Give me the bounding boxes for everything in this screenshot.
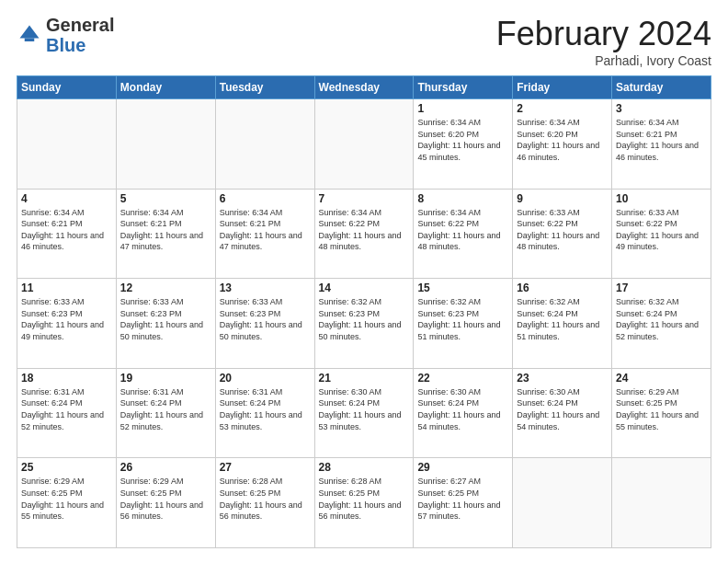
day-number: 26 <box>120 461 211 474</box>
day-number: 29 <box>417 461 508 474</box>
calendar-cell: 17Sunrise: 6:32 AM Sunset: 6:24 PM Dayli… <box>612 279 711 369</box>
day-info: Sunrise: 6:30 AM Sunset: 6:24 PM Dayligh… <box>417 386 508 432</box>
day-number: 21 <box>319 372 410 385</box>
header: General Blue February 2024 Parhadi, Ivor… <box>17 15 711 68</box>
day-number: 6 <box>220 192 311 205</box>
calendar-cell: 10Sunrise: 6:33 AM Sunset: 6:22 PM Dayli… <box>612 189 711 279</box>
calendar-cell: 29Sunrise: 6:27 AM Sunset: 6:25 PM Dayli… <box>414 458 513 548</box>
calendar-cell <box>17 99 117 190</box>
calendar-cell: 18Sunrise: 6:31 AM Sunset: 6:24 PM Dayli… <box>17 368 117 458</box>
month-title: February 2024 <box>496 15 711 53</box>
day-number: 19 <box>120 372 211 385</box>
day-info: Sunrise: 6:34 AM Sunset: 6:21 PM Dayligh… <box>220 207 311 253</box>
day-number: 13 <box>220 282 311 294</box>
col-saturday: Saturday <box>612 76 711 99</box>
calendar-cell: 23Sunrise: 6:30 AM Sunset: 6:24 PM Dayli… <box>513 368 612 458</box>
col-wednesday: Wednesday <box>314 76 414 99</box>
logo: General Blue <box>17 15 114 55</box>
week-row-4: 18Sunrise: 6:31 AM Sunset: 6:24 PM Dayli… <box>17 368 711 458</box>
logo-general-text: General <box>46 15 114 35</box>
day-info: Sunrise: 6:31 AM Sunset: 6:24 PM Dayligh… <box>220 386 311 432</box>
calendar-table: Sunday Monday Tuesday Wednesday Thursday… <box>17 75 711 548</box>
calendar-header-row: Sunday Monday Tuesday Wednesday Thursday… <box>17 76 711 99</box>
day-info: Sunrise: 6:32 AM Sunset: 6:24 PM Dayligh… <box>616 296 707 342</box>
calendar-cell: 16Sunrise: 6:32 AM Sunset: 6:24 PM Dayli… <box>513 279 612 369</box>
calendar-cell: 28Sunrise: 6:28 AM Sunset: 6:25 PM Dayli… <box>314 458 414 548</box>
week-row-3: 11Sunrise: 6:33 AM Sunset: 6:23 PM Dayli… <box>17 279 711 369</box>
col-thursday: Thursday <box>414 76 513 99</box>
day-info: Sunrise: 6:32 AM Sunset: 6:23 PM Dayligh… <box>319 296 410 342</box>
title-block: February 2024 Parhadi, Ivory Coast <box>496 15 711 68</box>
day-number: 4 <box>21 192 112 205</box>
calendar-cell: 6Sunrise: 6:34 AM Sunset: 6:21 PM Daylig… <box>215 189 314 279</box>
day-info: Sunrise: 6:30 AM Sunset: 6:24 PM Dayligh… <box>319 386 410 432</box>
day-number: 23 <box>517 372 608 385</box>
day-info: Sunrise: 6:28 AM Sunset: 6:25 PM Dayligh… <box>319 476 410 522</box>
day-number: 11 <box>21 282 112 294</box>
col-tuesday: Tuesday <box>215 76 314 99</box>
calendar-cell: 26Sunrise: 6:29 AM Sunset: 6:25 PM Dayli… <box>116 458 215 548</box>
calendar-cell: 15Sunrise: 6:32 AM Sunset: 6:23 PM Dayli… <box>414 279 513 369</box>
calendar-cell <box>116 99 215 190</box>
day-info: Sunrise: 6:33 AM Sunset: 6:22 PM Dayligh… <box>616 207 707 253</box>
col-monday: Monday <box>116 76 215 99</box>
day-number: 25 <box>21 461 112 474</box>
calendar-cell: 11Sunrise: 6:33 AM Sunset: 6:23 PM Dayli… <box>17 279 117 369</box>
day-number: 8 <box>417 192 508 205</box>
calendar-cell: 12Sunrise: 6:33 AM Sunset: 6:23 PM Dayli… <box>116 279 215 369</box>
day-number: 10 <box>616 192 707 205</box>
day-info: Sunrise: 6:34 AM Sunset: 6:20 PM Dayligh… <box>417 117 508 163</box>
day-number: 9 <box>517 192 608 205</box>
day-info: Sunrise: 6:31 AM Sunset: 6:24 PM Dayligh… <box>120 386 211 432</box>
calendar-cell: 13Sunrise: 6:33 AM Sunset: 6:23 PM Dayli… <box>215 279 314 369</box>
calendar-cell: 14Sunrise: 6:32 AM Sunset: 6:23 PM Dayli… <box>314 279 414 369</box>
page: General Blue February 2024 Parhadi, Ivor… <box>0 0 728 563</box>
day-info: Sunrise: 6:28 AM Sunset: 6:25 PM Dayligh… <box>220 476 311 522</box>
svg-rect-1 <box>25 39 35 42</box>
calendar-cell: 27Sunrise: 6:28 AM Sunset: 6:25 PM Dayli… <box>215 458 314 548</box>
day-info: Sunrise: 6:34 AM Sunset: 6:20 PM Dayligh… <box>517 117 608 163</box>
day-number: 18 <box>21 372 112 385</box>
calendar-cell: 1Sunrise: 6:34 AM Sunset: 6:20 PM Daylig… <box>414 99 513 190</box>
day-info: Sunrise: 6:30 AM Sunset: 6:24 PM Dayligh… <box>517 386 608 432</box>
calendar-cell: 5Sunrise: 6:34 AM Sunset: 6:21 PM Daylig… <box>116 189 215 279</box>
day-number: 3 <box>616 102 707 115</box>
week-row-5: 25Sunrise: 6:29 AM Sunset: 6:25 PM Dayli… <box>17 458 711 548</box>
calendar-cell: 8Sunrise: 6:34 AM Sunset: 6:22 PM Daylig… <box>414 189 513 279</box>
calendar-cell: 19Sunrise: 6:31 AM Sunset: 6:24 PM Dayli… <box>116 368 215 458</box>
day-number: 20 <box>220 372 311 385</box>
calendar-cell: 21Sunrise: 6:30 AM Sunset: 6:24 PM Dayli… <box>314 368 414 458</box>
calendar-cell: 2Sunrise: 6:34 AM Sunset: 6:20 PM Daylig… <box>513 99 612 190</box>
day-info: Sunrise: 6:29 AM Sunset: 6:25 PM Dayligh… <box>21 476 112 522</box>
day-number: 22 <box>417 372 508 385</box>
day-number: 1 <box>417 102 508 115</box>
day-number: 24 <box>616 372 707 385</box>
calendar-cell: 3Sunrise: 6:34 AM Sunset: 6:21 PM Daylig… <box>612 99 711 190</box>
day-info: Sunrise: 6:29 AM Sunset: 6:25 PM Dayligh… <box>120 476 211 522</box>
day-info: Sunrise: 6:27 AM Sunset: 6:25 PM Dayligh… <box>417 476 508 522</box>
day-number: 14 <box>319 282 410 294</box>
day-number: 28 <box>319 461 410 474</box>
calendar-cell: 4Sunrise: 6:34 AM Sunset: 6:21 PM Daylig… <box>17 189 117 279</box>
calendar-cell: 24Sunrise: 6:29 AM Sunset: 6:25 PM Dayli… <box>612 368 711 458</box>
day-number: 15 <box>417 282 508 294</box>
day-info: Sunrise: 6:31 AM Sunset: 6:24 PM Dayligh… <box>21 386 112 432</box>
col-sunday: Sunday <box>17 76 117 99</box>
logo-icon <box>17 22 42 48</box>
calendar-cell <box>612 458 711 548</box>
logo-blue-text: Blue <box>46 35 85 55</box>
day-info: Sunrise: 6:33 AM Sunset: 6:22 PM Dayligh… <box>517 207 608 253</box>
day-info: Sunrise: 6:33 AM Sunset: 6:23 PM Dayligh… <box>21 296 112 342</box>
location-subtitle: Parhadi, Ivory Coast <box>496 53 711 68</box>
calendar-cell <box>513 458 612 548</box>
day-info: Sunrise: 6:34 AM Sunset: 6:21 PM Dayligh… <box>21 207 112 253</box>
week-row-2: 4Sunrise: 6:34 AM Sunset: 6:21 PM Daylig… <box>17 189 711 279</box>
day-info: Sunrise: 6:34 AM Sunset: 6:21 PM Dayligh… <box>120 207 211 253</box>
col-friday: Friday <box>513 76 612 99</box>
calendar-cell: 25Sunrise: 6:29 AM Sunset: 6:25 PM Dayli… <box>17 458 117 548</box>
calendar-cell: 7Sunrise: 6:34 AM Sunset: 6:22 PM Daylig… <box>314 189 414 279</box>
day-info: Sunrise: 6:33 AM Sunset: 6:23 PM Dayligh… <box>220 296 311 342</box>
day-number: 27 <box>220 461 311 474</box>
day-number: 5 <box>120 192 211 205</box>
day-info: Sunrise: 6:34 AM Sunset: 6:22 PM Dayligh… <box>417 207 508 253</box>
